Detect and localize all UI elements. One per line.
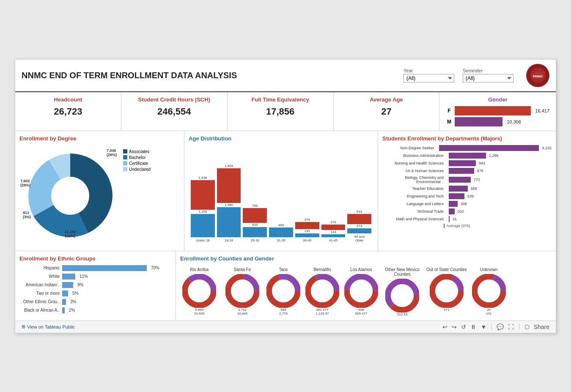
page-title: NNMC END OF TERM ENROLLMENT DATA ANALYSI… — [22, 71, 404, 80]
donut-taos — [266, 274, 300, 308]
ethnic-pct: 3% — [70, 299, 76, 304]
dept-name: Art & Human Sciences — [382, 169, 444, 173]
county-row: Rio Arriba 5,89010,645 Santa Fe — [180, 265, 552, 316]
tableau-link[interactable]: ⊞ View on Tableau Public — [22, 324, 75, 329]
ethnic-bar-fill — [62, 282, 73, 288]
county-taos: Taos 5892,770 — [266, 267, 300, 315]
dept-bars-container: Non-Degree Seeker 4,132 Business Adminis… — [382, 145, 552, 222]
slice-label-associates: 11,164(42%) — [64, 230, 76, 238]
svg-text:NNMC: NNMC — [533, 74, 543, 78]
dept-value: 202 — [458, 209, 464, 214]
bottom-panels: Enrollment by Ethnic Groups Hispanic 70%… — [15, 251, 556, 321]
svg-point-21 — [391, 284, 414, 307]
ethnic-bar-fill — [62, 307, 65, 313]
bar-1824-pink — [217, 168, 241, 203]
dept-bar-fill — [449, 216, 450, 222]
dept-name: Technical Trade — [382, 209, 444, 214]
bar-under18-pink — [191, 180, 215, 210]
ethnic-bars-container: Hispanic 70% White 11% American Indian/.… — [19, 265, 171, 313]
bar-46-older: 533 273 46 andOlder — [347, 210, 371, 242]
dept-bar-row: Language and Letters 308 — [382, 201, 552, 207]
age-distribution-panel: Age Distribution 1,538 1,209 Under 18 1,… — [184, 131, 378, 251]
legend-label-undeclared: Undeclared — [129, 167, 151, 172]
county-donuts: Rio Arriba 5,89010,645 Santa Fe — [180, 267, 506, 316]
donut-rio-arriba — [182, 274, 216, 308]
dept-average: Average (976) — [444, 224, 552, 228]
fullscreen-icon[interactable]: ⛶ — [508, 323, 514, 330]
county-other-nm: Other New MexicoCounties 512 53 — [383, 267, 421, 316]
bar-1824-teal — [217, 207, 241, 237]
dept-bar-row: Non-Degree Seeker 4,132 — [382, 145, 552, 151]
bar-2530-pink — [243, 208, 267, 223]
bar-46-teal — [347, 228, 371, 233]
ethnic-bar-row: White 11% — [19, 274, 171, 280]
share-icon[interactable]: ⬡ — [524, 323, 530, 330]
refresh-icon[interactable]: ▼ — [480, 323, 486, 330]
dept-panel-title: Students Enrollment by Departments (Majo… — [382, 135, 552, 142]
dept-bar-fill — [449, 160, 476, 166]
dept-value: 658 — [471, 186, 477, 191]
ethnic-bar-row: American Indian/.. 9% — [19, 282, 171, 288]
bar-2530-teal — [243, 227, 267, 237]
dept-bar-fill — [449, 153, 486, 159]
dept-name: Math and Physical Sciences — [382, 217, 444, 221]
headcount-value: 26,723 — [22, 106, 115, 117]
legend-undeclared: Undeclared — [123, 167, 151, 172]
svg-point-18 — [350, 280, 373, 302]
semester-select[interactable]: (All) — [463, 74, 513, 82]
donut-other-nm — [385, 279, 419, 313]
ethnic-name: Black or African A.. — [19, 308, 60, 313]
bar-3640-pink — [295, 222, 319, 229]
ethnic-bar-row: Black or African A.. 2% — [19, 307, 171, 313]
dept-value: 772 — [474, 178, 480, 182]
dashboard: NNMC END OF TERM ENROLLMENT DATA ANALYSI… — [15, 59, 556, 333]
year-select[interactable]: (All) — [404, 74, 454, 82]
dept-bar-fill — [449, 168, 474, 174]
dept-value: 308 — [461, 202, 467, 206]
dept-bar-fill — [449, 208, 455, 214]
year-control: Year (All) — [404, 68, 454, 82]
dept-bar-row: Art & Human Sciences 876 — [382, 168, 552, 174]
gender-label: Gender — [446, 96, 549, 103]
tableau-link-text: View on Tableau Public — [27, 324, 75, 329]
ethnic-bar-fill — [62, 274, 75, 280]
dept-name: Biology, Chemistry and Environmental .. — [382, 175, 444, 184]
reset-icon[interactable]: ↺ — [461, 323, 466, 330]
ethnic-name: Two or more — [19, 291, 60, 296]
separator2: | — [518, 323, 520, 331]
county-panel-title: Enrollment by Counties and Gender — [180, 255, 552, 262]
dept-name: Business Administration — [382, 154, 444, 158]
ethnic-pct: 11% — [80, 274, 88, 279]
share-label[interactable]: Share — [534, 323, 549, 330]
bar-18-24: 1,809 1,560 18-24 — [217, 164, 241, 242]
header-controls: Year (All) Semester (All) NNMC — [404, 64, 549, 87]
legend-dot-certificate — [123, 161, 127, 165]
bar-41-45: 279 144 41-45 — [321, 220, 346, 242]
enrollment-by-degree-panel: Enrollment by Degree 7,0 — [15, 131, 184, 251]
svg-point-6 — [188, 280, 211, 302]
female-label: F — [446, 108, 452, 114]
ethnic-pct: 9% — [77, 282, 83, 287]
svg-point-15 — [311, 280, 334, 302]
slice-label-bachelor: 7,046(26%) — [107, 148, 117, 157]
fte-value: 17,856 — [234, 106, 327, 117]
legend-dot-bachelor — [123, 155, 127, 159]
header: NNMC END OF TERM ENROLLMENT DATA ANALYSI… — [15, 60, 556, 92]
pause-icon[interactable]: ⏸ — [470, 323, 476, 330]
ethnic-panel: Enrollment by Ethnic Groups Hispanic 70%… — [15, 251, 176, 321]
degree-legend: Associates Bachelor Certificate Undeclar… — [123, 149, 151, 247]
legend-certificate: Certificate — [123, 161, 151, 166]
ethnic-pct: 2% — [69, 308, 75, 313]
ethnic-bar-row: Other Ethnic Grou.. 3% — [19, 299, 171, 305]
logo: NNMC — [526, 64, 549, 87]
comment-icon[interactable]: 💬 — [497, 323, 504, 330]
redo-icon[interactable]: ↪ — [452, 323, 457, 330]
undo-icon[interactable]: ↩ — [442, 323, 447, 330]
toolbar: ↩ ↪ ↺ ⏸ ▼ | 💬 ⛶ | ⬡ Share — [442, 323, 549, 331]
dept-value: 876 — [477, 169, 483, 173]
dept-value: 943 — [479, 161, 485, 165]
dept-value: 31 — [453, 217, 457, 221]
dept-bar-row: Engineering and Tech 539 — [382, 193, 552, 199]
year-label: Year — [404, 68, 413, 73]
ethnic-panel-title: Enrollment by Ethnic Groups — [19, 255, 171, 262]
